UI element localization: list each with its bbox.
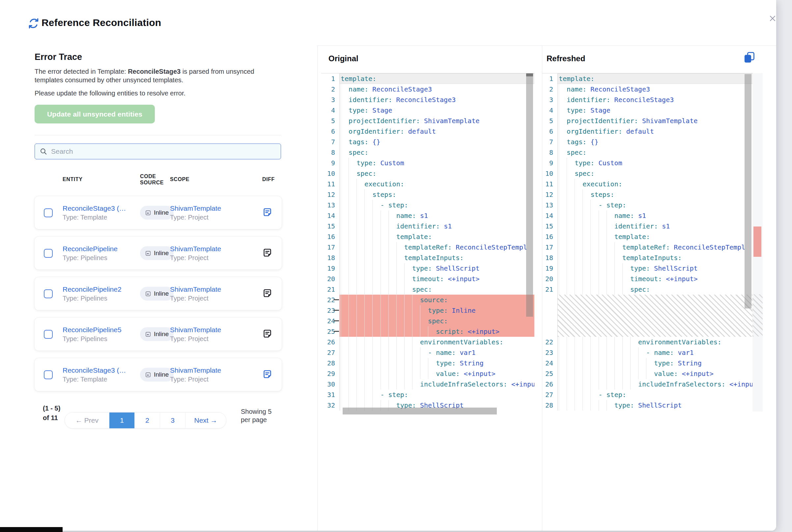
- yaml-key: spec:: [428, 317, 448, 325]
- search-input[interactable]: [51, 148, 276, 155]
- scope-link[interactable]: ShivamTemplate: [170, 326, 258, 334]
- yaml-value: var1: [460, 349, 475, 357]
- page-number-button[interactable]: 1: [109, 413, 134, 428]
- deleted-line-marker: [335, 84, 339, 94]
- space: [674, 359, 678, 367]
- diff-note-icon[interactable]: [262, 369, 273, 379]
- line-number: 1: [321, 73, 335, 84]
- entity-link[interactable]: ReconcilePipeline5: [62, 326, 135, 334]
- page-number-button[interactable]: 3: [160, 413, 185, 428]
- code-text: spec:: [557, 147, 753, 158]
- indent-guides: [340, 263, 412, 273]
- diff-note-icon[interactable]: [262, 248, 273, 258]
- indent-guides: [559, 347, 646, 358]
- diff-note-icon[interactable]: [262, 328, 273, 339]
- yaml-key: name:: [567, 85, 586, 93]
- code-text: timeout: <+input>: [339, 273, 534, 284]
- entity-link[interactable]: ReconcileStage3 (…: [62, 366, 135, 374]
- yaml-key: steps:: [372, 191, 396, 198]
- yaml-value: ReconcileStage3: [396, 96, 456, 104]
- deleted-line-marker: [335, 137, 339, 147]
- space: [559, 296, 563, 304]
- scope-link[interactable]: ShivamTemplate: [170, 205, 258, 212]
- refreshed-vertical-scrollbar[interactable]: [744, 74, 752, 308]
- yaml-value: ShellScript: [436, 264, 479, 272]
- panel-divider-left: [317, 45, 318, 531]
- entity-link[interactable]: ReconcilePipeline2: [62, 285, 135, 293]
- yaml-value: <+input>: [666, 275, 697, 283]
- next-page-button[interactable]: Next →: [185, 413, 226, 428]
- deleted-line-marker: [553, 189, 557, 200]
- code-line: 25value: <+input>: [542, 368, 753, 379]
- line-number: 11: [321, 179, 335, 189]
- indent-guides: [340, 210, 396, 221]
- code-line: 3identifier: ReconcileStage3: [542, 94, 753, 105]
- yaml-key: type:: [630, 264, 650, 272]
- row-checkbox[interactable]: [44, 208, 53, 217]
- deleted-line-marker: [335, 252, 339, 263]
- entity-link[interactable]: ReconcilePipeline: [62, 245, 135, 253]
- scope-cell: ShivamTemplate Type: Project: [170, 366, 262, 383]
- diff-note-icon[interactable]: [262, 207, 273, 217]
- row-checkbox[interactable]: [44, 330, 53, 339]
- close-icon[interactable]: [768, 14, 777, 23]
- deleted-line-marker: [553, 147, 557, 158]
- yaml-value: default: [408, 128, 436, 135]
- indent-guides: [559, 105, 567, 116]
- line-number: 20: [321, 273, 335, 284]
- original-vertical-scrollbar[interactable]: [526, 74, 533, 317]
- row-checkbox[interactable]: [44, 249, 53, 258]
- code-line: [542, 294, 753, 337]
- code-line: 17templateRef: ReconcileStepTempl: [542, 242, 753, 252]
- checkbox-cell: [44, 208, 62, 217]
- code-text: template:: [339, 73, 534, 84]
- entity-link[interactable]: ReconcileStage3 (…: [62, 205, 135, 212]
- space: [622, 128, 626, 135]
- entity-cell: ReconcilePipeline2 Type: Pipelines: [62, 285, 140, 302]
- line-number: 22: [542, 337, 553, 347]
- line-number: 8: [321, 147, 335, 158]
- code-text: - name: var1: [339, 347, 534, 358]
- code-text: orgIdentifier: default: [557, 126, 753, 137]
- code-line: 22source:: [321, 294, 534, 305]
- line-number: 19: [542, 263, 553, 273]
- line-number: 5: [542, 116, 553, 126]
- row-checkbox[interactable]: [44, 289, 53, 298]
- deleted-line-marker: [335, 168, 339, 179]
- indent-guides: [340, 316, 428, 326]
- code-source-cell: Inline: [140, 327, 170, 341]
- indent-guides: [559, 200, 598, 210]
- entity-cell: ReconcilePipeline5 Type: Pipelines: [62, 326, 140, 343]
- code-line: 22environmentVariables:: [542, 337, 753, 347]
- space: [408, 201, 412, 209]
- table-row: ReconcilePipeline5 Type: Pipelines Inlin…: [35, 318, 282, 350]
- pagination-page-size: Showing 5 per page: [241, 407, 280, 424]
- row-checkbox[interactable]: [44, 370, 53, 379]
- code-text: tags: {}: [557, 137, 753, 147]
- deleted-line-marker: [553, 400, 557, 411]
- entity-table: ReconcileStage3 (… Type: Template Inline: [35, 196, 282, 399]
- code-line: 1template:: [321, 73, 534, 84]
- code-line: 9type: Custom: [542, 158, 753, 168]
- diff-note-icon[interactable]: [262, 288, 273, 298]
- code-text: [557, 294, 753, 337]
- yaml-key: type:: [356, 159, 376, 167]
- error-trace-instruction: Please update the following entities to …: [35, 90, 269, 97]
- indent-guides: [340, 94, 349, 105]
- code-text: type: String: [557, 358, 753, 368]
- scope-link[interactable]: ShivamTemplate: [170, 366, 258, 374]
- scope-link[interactable]: ShivamTemplate: [170, 285, 258, 293]
- original-horizontal-scrollbar[interactable]: [343, 407, 497, 415]
- page-number-button[interactable]: 2: [134, 413, 160, 428]
- scope-link[interactable]: ShivamTemplate: [170, 245, 258, 253]
- table-header: ENTITY CODE SOURCE SCOPE DIFF: [35, 173, 282, 186]
- code-text: type: ShellScript: [557, 263, 753, 273]
- copy-icon[interactable]: [743, 51, 756, 64]
- line-number: 32: [321, 400, 335, 411]
- update-all-unsynced-entities-button[interactable]: Update all unsynced entities: [35, 105, 155, 124]
- space: [674, 349, 678, 357]
- prev-page-button[interactable]: ← Prev: [65, 413, 109, 428]
- code-text: steps:: [557, 189, 753, 200]
- search-box[interactable]: [35, 144, 281, 159]
- yaml-key: template:: [340, 75, 376, 83]
